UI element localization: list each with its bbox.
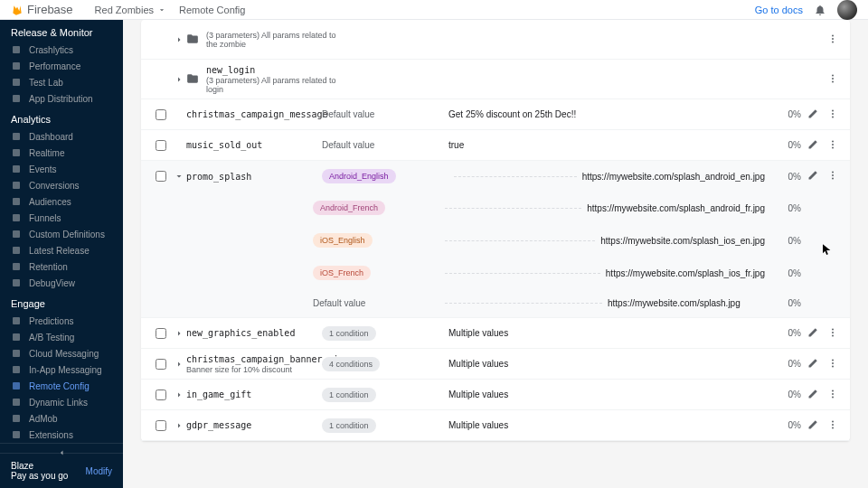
plan-name: Blaze: [11, 461, 68, 471]
param-value: Multiple values: [448, 359, 765, 369]
sidebar-item-retention[interactable]: Retention: [0, 258, 123, 275]
sidebar-item-label: Custom Definitions: [29, 230, 105, 239]
condition-text: Default value: [322, 140, 374, 150]
notifications-icon[interactable]: [814, 4, 826, 16]
svg-rect-21: [13, 431, 20, 438]
sidebar-item-admob[interactable]: AdMob: [0, 410, 123, 427]
sidebar-item-crashlytics[interactable]: Crashlytics: [0, 42, 123, 58]
sidebar-item-dynamic-links[interactable]: Dynamic Links: [0, 394, 123, 410]
param-row: christmas_campaign_messageDefault valueG…: [141, 99, 850, 130]
svg-rect-10: [13, 230, 20, 238]
svg-point-23: [832, 38, 834, 40]
row-checkbox[interactable]: [150, 328, 172, 339]
sidebar-item-extensions[interactable]: Extensions: [0, 427, 123, 443]
group-sub: (3 parameters) All params related to the…: [206, 31, 342, 49]
sidebar-item-conversions[interactable]: Conversions: [0, 177, 123, 193]
expand-toggle[interactable]: [172, 420, 186, 431]
edit-button[interactable]: [801, 170, 825, 183]
edit-button[interactable]: [801, 327, 825, 340]
expand-toggle[interactable]: [172, 328, 186, 339]
svg-rect-13: [13, 279, 20, 286]
ext-icon: [11, 429, 22, 440]
firebase-logo[interactable]: Firebase: [11, 3, 73, 16]
sidebar-item-label: Funnels: [29, 213, 61, 223]
row-menu[interactable]: [825, 389, 841, 401]
chevron-right-icon: [174, 34, 184, 45]
row-menu[interactable]: [825, 358, 841, 371]
sidebar-item-label: App Distribution: [29, 94, 93, 104]
sidebar-item-audiences[interactable]: Audiences: [0, 193, 123, 210]
sidebar-item-app-distribution[interactable]: App Distribution: [0, 90, 123, 107]
row-menu[interactable]: [825, 139, 841, 152]
svg-point-32: [832, 144, 834, 145]
row-checkbox[interactable]: [150, 359, 172, 370]
param-value: Get 25% discount on 25th Dec!!: [448, 109, 765, 119]
pencil-icon: [807, 419, 818, 430]
expand-toggle[interactable]: [172, 74, 186, 85]
edit-button[interactable]: [801, 358, 825, 371]
row-menu[interactable]: [825, 73, 841, 86]
sidebar-item-label: Realtime: [29, 148, 64, 158]
param-name: new_graphics_enabled: [186, 328, 322, 338]
folder-icon: [186, 33, 201, 47]
row-checkbox[interactable]: [150, 171, 172, 182]
sidebar-item-test-lab[interactable]: Test Lab: [0, 74, 123, 90]
sidebar-item-performance[interactable]: Performance: [0, 58, 123, 74]
edit-button[interactable]: [801, 139, 825, 152]
sidebar-item-label: Cloud Messaging: [29, 349, 99, 359]
row-menu[interactable]: [825, 327, 841, 340]
sidebar-item-in-app-messaging[interactable]: In-App Messaging: [0, 361, 123, 378]
project-selector[interactable]: Red Zombies: [95, 5, 166, 15]
edit-button[interactable]: [801, 389, 825, 401]
edit-button[interactable]: [801, 108, 825, 121]
sidebar-item-remote-config[interactable]: Remote Config: [0, 378, 123, 394]
row-checkbox[interactable]: [150, 389, 172, 400]
expand-toggle[interactable]: [172, 171, 186, 182]
avatar[interactable]: [837, 0, 857, 20]
svg-point-40: [832, 359, 834, 361]
sidebar-item-predictions[interactable]: Predictions: [0, 313, 123, 329]
sidebar-item-funnels[interactable]: Funnels: [0, 210, 123, 226]
sidebar-item-custom-definitions[interactable]: Custom Definitions: [0, 226, 123, 242]
param-group-row: new_login(3 parameters) All params relat…: [141, 60, 850, 99]
svg-point-46: [832, 420, 834, 422]
row-menu[interactable]: [825, 108, 841, 121]
sidebar-item-debugview[interactable]: DebugView: [0, 275, 123, 291]
pred-icon: [11, 315, 22, 326]
row-checkbox[interactable]: [150, 109, 172, 120]
row-checkbox[interactable]: [150, 420, 172, 431]
expand-toggle[interactable]: [172, 389, 186, 400]
row-checkbox[interactable]: [150, 140, 172, 151]
row-menu[interactable]: [825, 33, 841, 46]
param-name: christmas_campaign_banner_size: [186, 354, 322, 364]
sidebar-item-label: Test Lab: [29, 78, 63, 88]
variant-pct: 0%: [765, 236, 801, 246]
sidebar-item-latest-release[interactable]: Latest Release: [0, 242, 123, 258]
inapp-icon: [11, 364, 22, 375]
more-vert-icon: [827, 389, 838, 399]
connector-line: [445, 273, 600, 274]
expand-toggle[interactable]: [172, 359, 186, 370]
go-to-docs-link[interactable]: Go to docs: [755, 5, 803, 15]
svg-point-45: [832, 396, 834, 398]
sidebar-item-cloud-messaging[interactable]: Cloud Messaging: [0, 345, 123, 361]
ret-icon: [11, 261, 22, 272]
pencil-icon: [807, 327, 818, 338]
sidebar-item-realtime[interactable]: Realtime: [0, 145, 123, 161]
sidebar-item-events[interactable]: Events: [0, 161, 123, 177]
param-pct: 0%: [765, 420, 801, 430]
condition-text: Default value: [313, 298, 365, 308]
edit-button[interactable]: [801, 419, 825, 432]
row-menu[interactable]: [825, 170, 841, 183]
expand-toggle[interactable]: [172, 34, 186, 45]
folder-icon: [186, 72, 201, 87]
modify-plan-link[interactable]: Modify: [86, 466, 112, 476]
svg-point-24: [832, 41, 834, 42]
row-menu[interactable]: [825, 419, 841, 432]
variant-row: Android_Frenchhttps://mywebsite.com/spla…: [141, 192, 850, 224]
sidebar-item-a-b-testing[interactable]: A/B Testing: [0, 329, 123, 345]
connector-line: [445, 303, 602, 304]
sidebar-item-dashboard[interactable]: Dashboard: [0, 128, 123, 145]
sidebar-item-label: DebugView: [29, 278, 75, 288]
connector-line: [445, 240, 595, 241]
